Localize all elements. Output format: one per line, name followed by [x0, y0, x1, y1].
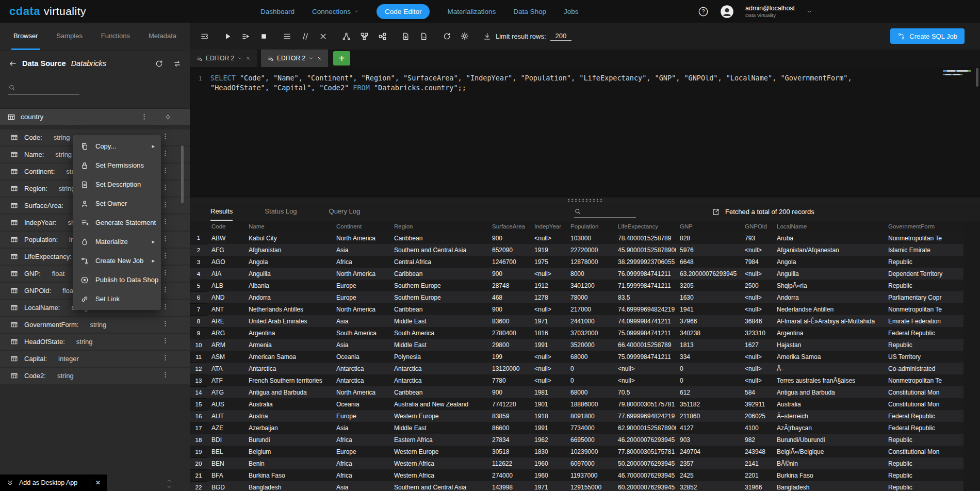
sidebar-tab-metadata[interactable]: Metadata — [146, 23, 178, 50]
kebab-menu-icon[interactable] — [161, 337, 169, 347]
column-header-localname[interactable]: LocalName — [773, 221, 884, 232]
nav-item-code-editor[interactable]: Code Editor — [377, 4, 430, 19]
results-tab-status-log[interactable]: Status Log — [265, 203, 297, 221]
table-row[interactable]: 11ASMAmerican SamoaOceaniaPolynesia199<n… — [190, 351, 963, 363]
app-logo[interactable]: cdata virtuality — [9, 5, 86, 18]
nav-item-dashboard[interactable]: Dashboard — [260, 8, 295, 15]
column-header-name[interactable]: Name — [244, 221, 332, 232]
menu-item-set-permissions[interactable]: Set Permissions — [73, 156, 161, 175]
table-row[interactable]: 21BFABurkina FasoAfricaWestern Africa274… — [190, 469, 963, 481]
menu-item-set-description[interactable]: Set Description — [73, 175, 161, 194]
install-desktop-app-button[interactable]: Add as Desktop App ✕ — [0, 474, 107, 491]
column-row-code2[interactable]: Code2:string — [0, 368, 190, 384]
table-row[interactable]: 14ATGAntigua and BarbudaNorth AmericaCar… — [190, 386, 963, 398]
kebab-menu-icon[interactable] — [161, 269, 169, 279]
kebab-menu-icon[interactable] — [161, 184, 169, 193]
dismiss-install-button[interactable]: ✕ — [95, 479, 101, 486]
table-row[interactable]: 8AREUnited Arab EmiratesAsiaMiddle East8… — [190, 315, 963, 327]
sidebar-tab-samples[interactable]: Samples — [54, 23, 85, 50]
run-button[interactable] — [220, 29, 235, 43]
kebab-menu-icon[interactable] — [161, 354, 169, 364]
menu-item-generate-statement[interactable]: Generate Statement — [73, 213, 161, 232]
table-row[interactable]: 9ARGArgentinaSouth AmericaSouth America2… — [190, 327, 963, 339]
column-header-population[interactable]: Population — [566, 221, 614, 232]
sync-metadata-button[interactable] — [173, 59, 182, 68]
kebab-menu-icon[interactable] — [161, 320, 169, 330]
menu-item-set-link[interactable]: Set Link — [73, 289, 161, 308]
close-icon[interactable] — [246, 56, 251, 61]
table-row[interactable]: 10ARMArmeniaAsiaMiddle East2980019913520… — [190, 339, 963, 351]
data-flow-button[interactable] — [375, 29, 389, 43]
kebab-menu-icon[interactable] — [161, 201, 169, 210]
format-code-button[interactable] — [197, 29, 211, 43]
nav-item-data-shop[interactable]: Data Shop — [513, 8, 546, 15]
results-tab-query-log[interactable]: Query Log — [329, 203, 361, 221]
align-lines-button[interactable] — [280, 29, 294, 43]
table-row[interactable]: 16AUTAustriaEuropeWestern Europe83859191… — [190, 410, 963, 422]
table-row[interactable]: 7ANTNetherlands AntillesNorth AmericaCar… — [190, 303, 963, 315]
dependency-graph-button[interactable] — [357, 29, 371, 43]
kebab-menu-icon[interactable] — [161, 235, 169, 244]
column-header-gnp[interactable]: GNP — [676, 221, 741, 232]
nav-item-jobs[interactable]: Jobs — [564, 8, 579, 15]
panel-splitter[interactable] — [190, 198, 980, 203]
menu-item-publish-to-data-shop[interactable]: Publish to Data Shop — [73, 270, 161, 289]
sidebar-search-input[interactable] — [20, 83, 73, 92]
results-search-input[interactable] — [585, 207, 633, 216]
kebab-menu-icon[interactable] — [161, 252, 169, 261]
table-row[interactable]: 12ATAAntarcticaAntarcticaAntarctica13120… — [190, 363, 963, 374]
kebab-menu-icon[interactable] — [140, 113, 148, 121]
expand-collapse-icon[interactable] — [165, 113, 171, 120]
table-row[interactable]: 5ALBAlbaniaEuropeSouthern Europe28748191… — [190, 280, 963, 291]
avatar[interactable] — [720, 5, 734, 19]
menu-item-copy[interactable]: Copy...▸ — [73, 137, 161, 156]
column-header-lifeexpectancy[interactable]: LifeExpectancy — [614, 221, 676, 232]
limit-rows-input[interactable]: 200 — [550, 32, 572, 41]
menu-item-materialize[interactable]: Materialize▸ — [73, 232, 161, 251]
open-records-button[interactable] — [712, 208, 720, 216]
export-csv-button[interactable]: CSV — [416, 29, 431, 43]
table-row[interactable]: 2AFGAfghanistanAsiaSouthern and Central … — [190, 244, 963, 256]
column-row-capital[interactable]: Capital:integer — [0, 351, 190, 367]
toggle-comment-button[interactable] — [298, 29, 312, 43]
user-block[interactable]: admin@localhost Data Virtuality — [745, 5, 795, 18]
refresh-button[interactable] — [155, 59, 164, 68]
table-row[interactable]: 19BELBelgiumEuropeWestern Europe30518183… — [190, 446, 963, 457]
settings-gear-button[interactable] — [458, 29, 472, 43]
table-row[interactable]: 18BDIBurundiAfricaEastern Africa27834196… — [190, 434, 963, 446]
column-header-surfacearea[interactable]: SurfaceArea — [488, 221, 530, 232]
refresh-metadata-button[interactable] — [439, 29, 454, 43]
kebab-menu-icon[interactable] — [161, 167, 169, 176]
chevron-up-icon[interactable] — [166, 478, 172, 484]
kebab-menu-icon[interactable] — [161, 286, 169, 296]
table-row[interactable]: 22BGDBangladeshAsiaSouthern and Central … — [190, 481, 963, 491]
clear-editor-button[interactable] — [316, 29, 330, 43]
editor-tab-1[interactable]: EDITOR 2 — [190, 50, 257, 67]
menu-item-set-owner[interactable]: Set Owner — [73, 194, 161, 213]
chevron-down-icon[interactable] — [308, 56, 314, 61]
table-row[interactable]: 1ABWKabul CityNorth AmericaCaribbean900<… — [190, 232, 963, 244]
sidebar-tab-functions[interactable]: Functions — [99, 23, 132, 50]
table-row[interactable]: 4AIAAnguillaNorth AmericaCaribbean900<nu… — [190, 268, 963, 280]
sidebar-scrollbar[interactable] — [181, 145, 184, 203]
lineage-button[interactable] — [339, 29, 353, 43]
new-editor-tab-button[interactable]: + — [333, 51, 350, 66]
table-row[interactable]: 13ATFFrench Southern territoriesAntarcti… — [190, 374, 963, 386]
kebab-menu-icon[interactable] — [161, 150, 169, 159]
code-editor[interactable]: 1SELECT "Code", "Name", "Continent", "Re… — [190, 67, 980, 198]
sidebar-tab-browser[interactable]: Browser — [11, 23, 40, 50]
column-header-region[interactable]: Region — [390, 221, 488, 232]
editor-scrollbar[interactable] — [976, 68, 978, 87]
export-file-button[interactable] — [398, 29, 413, 43]
table-row[interactable]: 3AGOAngolaAfricaCentral Africa1246700197… — [190, 256, 963, 268]
editor-minimap[interactable] — [943, 70, 971, 77]
column-header-continent[interactable]: Continent — [332, 221, 390, 232]
column-row-headofstate[interactable]: HeadOfState:string — [0, 334, 190, 350]
chevron-down-icon[interactable] — [166, 484, 172, 490]
user-menu-chevron[interactable] — [806, 8, 813, 15]
results-tab-results[interactable]: Results — [210, 203, 233, 221]
help-button[interactable]: ? — [698, 6, 709, 17]
kebab-menu-icon[interactable] — [161, 303, 169, 313]
column-header-gnpold[interactable]: GNPOld — [741, 221, 773, 232]
back-button[interactable] — [8, 59, 17, 68]
